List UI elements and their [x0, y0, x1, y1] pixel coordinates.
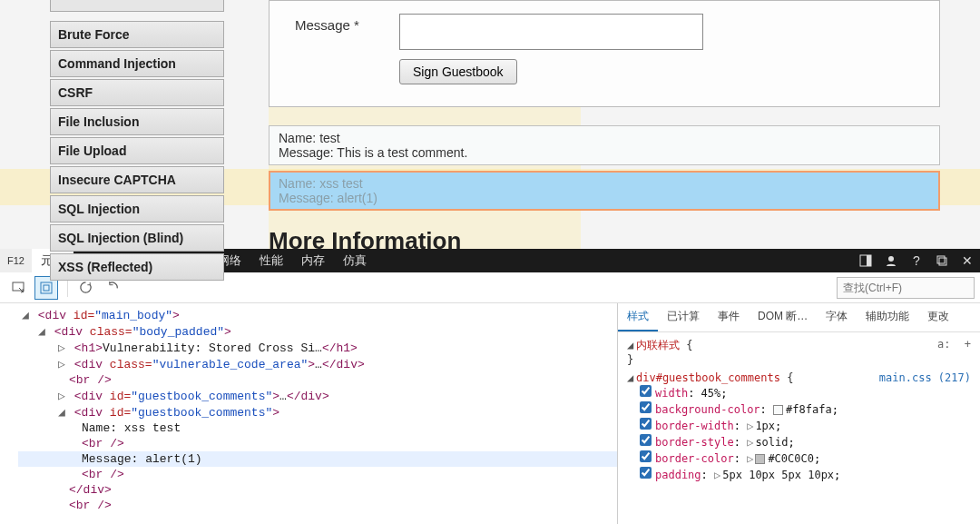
comment-msg: This is a test comment. [337, 145, 467, 160]
svg-rect-6 [41, 282, 52, 293]
comment-name: xss test [319, 176, 362, 191]
dom-text-message: Message: alert(1) [82, 452, 202, 466]
prop-name[interactable]: border-width [655, 420, 734, 432]
sidebar-item-csrf[interactable]: CSRF [50, 79, 224, 106]
prop-check[interactable] [640, 434, 652, 446]
svg-point-2 [888, 256, 894, 262]
f12-tab[interactable]: F12 [0, 249, 32, 272]
message-label: Message * [295, 14, 399, 33]
styles-tab-changes[interactable]: 更改 [918, 303, 958, 331]
inline-styles-label: 内联样式 [636, 339, 680, 351]
sidebar-item-sql-injection-blind[interactable]: SQL Injection (Blind) [50, 224, 224, 252]
styles-tab-dom[interactable]: DOM 断… [749, 303, 817, 331]
sidebar-item-sql-injection[interactable]: SQL Injection [50, 195, 224, 222]
styles-tab-accessibility[interactable]: 辅助功能 [857, 303, 918, 331]
svg-rect-1 [867, 255, 871, 266]
pseudo-a-toggle[interactable]: a: [937, 338, 950, 351]
guestbook-form: Message * Sign Guestbook [269, 0, 940, 107]
inspect-element-icon[interactable] [7, 276, 31, 300]
styles-tab-fonts[interactable]: 字体 [817, 303, 857, 331]
toolbar-separator [67, 279, 68, 297]
page-area: Brute Force Command Injection CSRF File … [0, 0, 980, 249]
prop-name[interactable]: border-color [655, 452, 734, 465]
svg-rect-7 [44, 285, 49, 291]
prop-value[interactable]: #C0C0C0 [768, 452, 814, 465]
search-input[interactable] [837, 277, 975, 299]
prop-name[interactable]: padding [655, 469, 701, 481]
styles-tab-styles[interactable]: 样式 [618, 303, 658, 331]
sidebar: Brute Force Command Injection CSRF File … [50, 0, 224, 281]
guestbook-comment-selected: Name: xss test Message: alert(1) [269, 171, 940, 211]
sidebar-item-brute-force[interactable]: Brute Force [50, 21, 224, 48]
prop-check[interactable] [640, 418, 652, 430]
comment-name-label: Name: [279, 131, 316, 145]
sign-guestbook-button[interactable]: Sign Guestbook [399, 59, 517, 84]
elements-panel[interactable]: ◢ <div id="main_body"> ◢ <div class="bod… [0, 303, 617, 524]
svg-rect-5 [13, 282, 24, 291]
prop-name[interactable]: background-color [655, 403, 760, 416]
svg-rect-3 [937, 256, 945, 263]
styles-panel: 样式 已计算 事件 DOM 断… 字体 辅助功能 更改 ◢内联样式 { a: +… [617, 303, 980, 524]
color-swatch[interactable] [773, 405, 783, 415]
svg-rect-4 [939, 258, 946, 265]
prop-check[interactable] [640, 450, 652, 462]
comment-msg: alert(1) [338, 191, 377, 205]
guestbook-comment: Name: test Message: This is a test comme… [269, 125, 940, 165]
more-information-heading: More Information [269, 227, 944, 255]
comment-name: test [319, 131, 340, 145]
sidebar-item-xss-reflected[interactable]: XSS (Reflected) [50, 253, 224, 281]
menu-spacer [50, 0, 224, 12]
prop-check[interactable] [640, 467, 652, 479]
message-textarea[interactable] [399, 14, 703, 50]
rule-selector[interactable]: div#guestbook_comments [636, 371, 780, 384]
main-content: Message * Sign Guestbook Name: test Mess… [269, 0, 944, 255]
sidebar-item-file-inclusion[interactable]: File Inclusion [50, 108, 224, 135]
prop-check[interactable] [640, 401, 652, 413]
prop-value[interactable]: 45% [701, 387, 721, 400]
prop-name[interactable]: width [655, 387, 688, 400]
styles-tabs: 样式 已计算 事件 DOM 断… 字体 辅助功能 更改 [618, 303, 980, 332]
sidebar-item-command-injection[interactable]: Command Injection [50, 50, 224, 77]
comment-name-label: Name: [279, 176, 316, 191]
color-swatch[interactable] [755, 454, 765, 464]
styles-tab-computed[interactable]: 已计算 [658, 303, 709, 331]
prop-value[interactable]: 1px [755, 420, 775, 432]
prop-value[interactable]: #f8fafa [786, 403, 832, 416]
rule-source-link[interactable]: main.css (217) [879, 371, 971, 384]
prop-name[interactable]: border-style [655, 436, 734, 449]
add-rule-button[interactable]: + [965, 338, 971, 351]
comment-msg-label: Message: [279, 191, 334, 205]
sidebar-item-file-upload[interactable]: File Upload [50, 137, 224, 164]
styles-tab-events[interactable]: 事件 [709, 303, 749, 331]
comment-msg-label: Message: [279, 145, 334, 160]
prop-check[interactable] [640, 385, 652, 397]
prop-value[interactable]: 5px 10px 5px 10px [722, 469, 834, 481]
close-icon[interactable]: ✕ [955, 249, 980, 272]
prop-value[interactable]: solid [755, 436, 788, 449]
sidebar-item-insecure-captcha[interactable]: Insecure CAPTCHA [50, 166, 224, 193]
devtools-body: ◢ <div id="main_body"> ◢ <div class="bod… [0, 303, 980, 524]
dom-text-name: Name: xss test [82, 421, 181, 435]
